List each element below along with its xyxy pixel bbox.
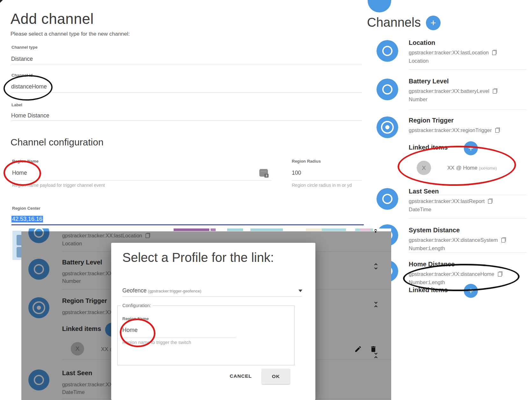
region-radius-helper: Region circle radius in m or yd — [292, 183, 352, 188]
copy-icon[interactable] — [493, 88, 497, 94]
linked-item-label: XX @ Home — [447, 165, 478, 171]
channel-id-field[interactable]: distanceHome — [11, 83, 47, 90]
dialog-region-name-underline — [122, 338, 236, 338]
censored-text-artifact — [322, 228, 346, 231]
channel-name: Last Seen — [409, 187, 492, 195]
link-profile-dialog-screenshot: gpstracker:tracker:XX:lastLocation Locat… — [21, 228, 391, 400]
channel-row-home-distance[interactable]: Home Distance gpstracker:tracker:XX:dist… — [377, 260, 502, 285]
channels-panel-title: Channels — [367, 15, 421, 30]
dialog-title: Select a Profile for the link: — [122, 250, 274, 265]
chevron-down-icon[interactable] — [298, 290, 302, 292]
copy-icon[interactable] — [495, 128, 500, 133]
censored-text-artifact — [360, 228, 371, 231]
channel-name: Battery Level — [409, 77, 497, 85]
copy-icon[interactable] — [492, 50, 497, 55]
divider — [409, 252, 527, 253]
profile-name: Geofence — [122, 287, 147, 294]
plus-icon: + — [430, 18, 436, 28]
channel-type: Number:Length — [409, 245, 506, 251]
form-filler-dots: ···· — [261, 169, 267, 173]
channel-name: Home Distance — [409, 260, 502, 268]
linked-item-avatar: X — [417, 161, 431, 175]
profile-uid: (gpstracker:trigger-geofence) — [148, 289, 201, 293]
channel-row-system-distance[interactable]: System Distance gpstracker:tracker:XX:di… — [377, 226, 506, 251]
channel-trigger-icon — [377, 116, 398, 138]
cancel-button[interactable]: CANCEL — [230, 373, 252, 379]
cursor-artifact — [0, 0, 3, 3]
region-center-selected-text: 42.53,16.16 — [11, 216, 43, 222]
configuration-fieldset: Configuration: Region Name Home Region n… — [117, 305, 295, 365]
censored-text-artifact — [227, 228, 243, 231]
divider — [409, 218, 527, 219]
region-center-label: Region Center — [12, 206, 40, 211]
channel-uid: gpstracker:tracker:XX:lastReport — [409, 198, 485, 204]
channel-name: Region Trigger — [409, 116, 500, 124]
channel-row-region-trigger[interactable]: Region Trigger gpstracker:tracker:XX:reg… — [377, 116, 500, 138]
channel-state-icon — [377, 188, 398, 210]
region-radius-label: Region Radius — [292, 159, 321, 164]
region-center-field[interactable]: 42.53,16.16 — [11, 216, 43, 222]
profile-select[interactable]: Geofence (gpstracker:trigger-geofence) — [122, 287, 201, 294]
region-radius-underline — [292, 180, 362, 181]
copy-icon[interactable] — [488, 199, 492, 204]
channel-name: Location — [409, 39, 497, 46]
channel-type: Location — [409, 58, 497, 64]
profile-select-underline — [122, 296, 302, 297]
dialog-region-name-label: Region Name — [122, 316, 149, 321]
channel-type-label: Channel type — [11, 45, 38, 50]
label-underline — [11, 120, 362, 121]
add-channel-button[interactable]: + — [426, 16, 441, 30]
region-name-field[interactable]: Home — [12, 170, 27, 176]
censored-text-artifact — [174, 228, 209, 231]
channel-type: Number:Length — [409, 279, 502, 285]
form-filler-badge: 3 — [264, 174, 269, 178]
region-name-helper: Region name payload for trigger channel … — [12, 183, 105, 188]
channel-type: DateTime — [409, 207, 492, 213]
plus-icon: + — [468, 143, 473, 153]
add-link-button[interactable]: + — [464, 284, 478, 298]
channel-state-icon — [377, 79, 398, 100]
censored-text-artifact — [211, 228, 216, 231]
ok-button[interactable]: OK — [262, 369, 290, 384]
channel-type-underline — [11, 64, 362, 64]
channel-uid: gpstracker:tracker:XX:regionTrigger — [409, 127, 492, 133]
censored-strip — [21, 228, 391, 231]
channel-row-location[interactable]: Location gpstracker:tracker:XX:lastLocat… — [377, 39, 497, 64]
select-profile-dialog: Select a Profile for the link: Geofence … — [111, 243, 315, 400]
channel-uid: gpstracker:tracker:XX:distanceHome — [409, 271, 494, 277]
linked-items-heading: Linked items — [409, 286, 448, 294]
channel-uid: gpstracker:tracker:XX:distanceSystem — [409, 237, 498, 243]
channel-row-last-seen[interactable]: Last Seen gpstracker:tracker:XX:lastRepo… — [377, 187, 492, 213]
dialog-region-name-field[interactable]: Home — [122, 327, 138, 333]
copy-icon[interactable] — [498, 271, 502, 277]
channel-name: System Distance — [409, 226, 506, 234]
screen: Add channel Please select a channel type… — [0, 0, 532, 400]
channel-type-field[interactable]: Distance — [11, 56, 33, 62]
fieldset-legend: Configuration: — [121, 303, 153, 308]
scrolled-add-button-fragment[interactable] — [368, 0, 391, 12]
channel-id-label: Channel id — [11, 73, 32, 78]
plus-icon: + — [468, 286, 473, 296]
form-filler-icon[interactable]: ···· 3 — [259, 169, 268, 177]
linked-items-heading: Linked items — [409, 144, 448, 151]
divider — [409, 109, 527, 110]
censored-text-artifact — [250, 228, 283, 231]
region-name-underline — [12, 180, 271, 181]
page-title: Add channel — [11, 10, 94, 27]
channel-state-icon — [377, 40, 398, 62]
linked-item-suffix: (xxHome) — [479, 166, 497, 171]
linked-item[interactable]: XX @ Home (xxHome) — [447, 165, 497, 171]
channel-uid: gpstracker:tracker:XX:lastLocation — [409, 49, 489, 56]
form-intro: Please select a channel type for the new… — [11, 31, 130, 37]
label-label: Label — [11, 102, 22, 107]
copy-icon[interactable] — [501, 237, 506, 242]
label-field[interactable]: Home Distance — [11, 112, 49, 119]
add-link-button[interactable]: + — [464, 141, 478, 155]
channel-uid: gpstracker:tracker:XX:batteryLevel — [409, 88, 489, 94]
region-center-focus-underline — [11, 224, 364, 225]
region-name-label: Region Name — [12, 159, 39, 164]
channel-type: Number — [409, 96, 497, 102]
channel-row-battery[interactable]: Battery Level gpstracker:tracker:XX:batt… — [377, 77, 497, 102]
dialog-region-name-helper: Region name to trigger the switch — [122, 340, 191, 345]
region-radius-field[interactable]: 100 — [292, 170, 301, 176]
